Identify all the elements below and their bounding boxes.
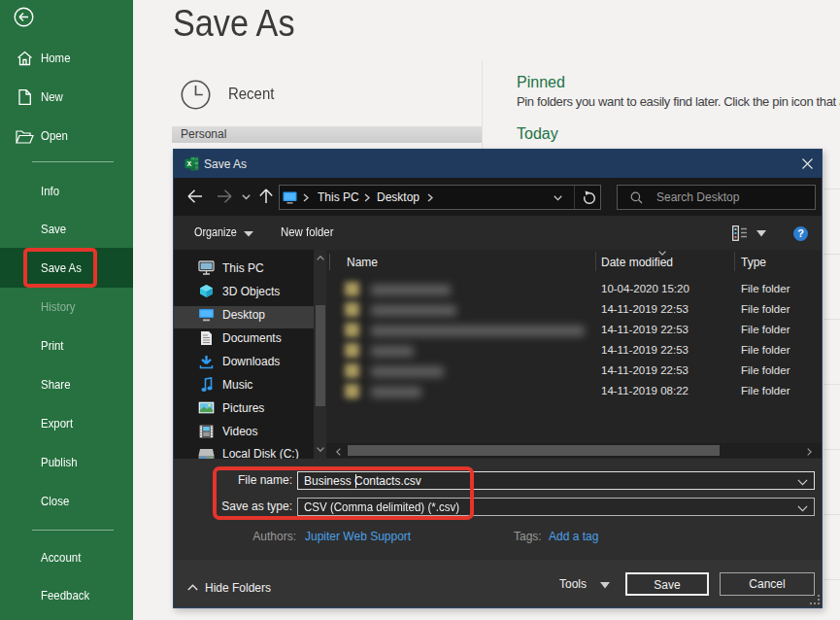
svg-text:X: X <box>187 160 192 167</box>
